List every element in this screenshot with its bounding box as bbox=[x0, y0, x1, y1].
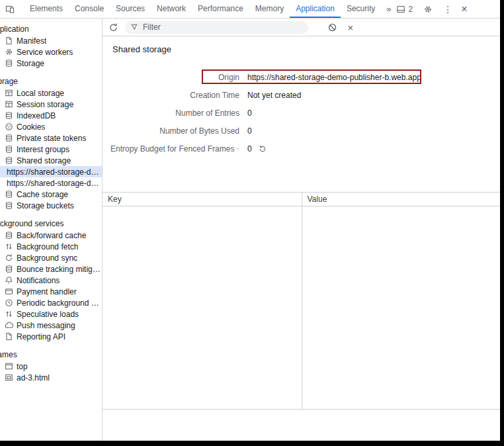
tab-security[interactable]: Security bbox=[341, 0, 381, 18]
tab-label: Elements bbox=[30, 4, 63, 13]
table-header-value[interactable]: Value bbox=[302, 193, 501, 206]
sidebar-item-cache-storage[interactable]: Cache storage bbox=[0, 189, 102, 200]
sidebar-item-reporting-api[interactable]: Reporting API bbox=[0, 331, 102, 342]
table-body-empty[interactable] bbox=[103, 206, 500, 410]
page-title: Shared storage bbox=[112, 44, 500, 55]
field-value: 0 bbox=[247, 109, 500, 118]
field-label: Creation Time bbox=[110, 91, 239, 100]
sidebar-item-local-storage[interactable]: Local storage bbox=[0, 87, 102, 99]
field-value: https://shared-storage-demo-publisher-b.… bbox=[247, 73, 500, 82]
devtools-body: Application Manifest Service workers Sto… bbox=[0, 19, 500, 441]
sidebar-item-push-messaging[interactable]: Push messaging bbox=[0, 320, 102, 331]
sidebar-item-manifest[interactable]: Manifest bbox=[0, 35, 102, 46]
sidebar-item-payment-handler[interactable]: Payment handler bbox=[0, 286, 102, 297]
field-label: Number of Entries bbox=[110, 109, 239, 118]
shared-storage-toolbar: × bbox=[103, 19, 500, 36]
tab-memory[interactable]: Memory bbox=[249, 0, 290, 18]
database-icon bbox=[5, 145, 13, 154]
database-icon bbox=[5, 231, 13, 240]
sidebar-item-notifications[interactable]: Notifications bbox=[0, 275, 102, 286]
console-messages-button[interactable]: 2 bbox=[396, 5, 413, 14]
shared-storage-view: × Shared storage Origin https://shared-s… bbox=[103, 19, 500, 441]
more-tabs-icon: » bbox=[386, 4, 391, 14]
delete-selected-button[interactable]: × bbox=[344, 21, 357, 34]
sidebar-item-cookies[interactable]: Cookies bbox=[0, 121, 102, 132]
sidebar-item-shared-storage[interactable]: Shared storage bbox=[0, 155, 102, 166]
sidebar-item-label: Storage bbox=[17, 59, 44, 68]
sidebar-item-label: ad-3.html bbox=[17, 373, 50, 382]
filter-input-container[interactable] bbox=[125, 21, 308, 34]
close-devtools-button[interactable]: × bbox=[461, 4, 467, 15]
sidebar-item-label: Payment handler bbox=[17, 287, 77, 296]
sidebar-section-application: Application bbox=[0, 23, 102, 35]
kebab-menu-button[interactable]: ⋮ bbox=[443, 5, 452, 14]
sidebar-item-interest-groups[interactable]: Interest groups bbox=[0, 144, 102, 155]
block-icon bbox=[327, 22, 337, 32]
sidebar-item-label: Speculative loads bbox=[17, 310, 79, 319]
reset-budget-icon[interactable] bbox=[259, 145, 267, 153]
tab-console[interactable]: Console bbox=[69, 0, 110, 18]
document-icon bbox=[5, 36, 13, 45]
sidebar-item-shared-storage-origin[interactable]: https://shared-storage-d… bbox=[0, 177, 102, 189]
document-icon bbox=[5, 332, 13, 341]
sidebar-item-label: Reporting API bbox=[17, 332, 65, 341]
sidebar-item-label: Local storage bbox=[17, 89, 64, 98]
database-icon bbox=[5, 59, 13, 67]
field-value: Not yet created bbox=[247, 91, 500, 100]
refresh-button[interactable] bbox=[106, 21, 120, 34]
console-drawer-icon bbox=[396, 5, 405, 14]
table-header-key[interactable]: Key bbox=[103, 193, 302, 206]
metadata-row-number-of-entries: Number of Entries 0 bbox=[110, 104, 500, 122]
sidebar-item-frame-ad3[interactable]: ad-3.html bbox=[0, 372, 102, 383]
sidebar-item-label: https://shared-storage-d… bbox=[7, 179, 99, 188]
sidebar-item-private-state-tokens[interactable]: Private state tokens bbox=[0, 132, 102, 144]
delete-all-button[interactable] bbox=[325, 21, 339, 34]
sidebar-item-background-sync[interactable]: Background sync bbox=[0, 252, 102, 263]
service-worker-gear-icon bbox=[5, 48, 13, 56]
sidebar-item-back-forward-cache[interactable]: Back/forward cache bbox=[0, 230, 102, 241]
sidebar-item-bounce-tracking-mitigations[interactable]: Bounce tracking mitiga… bbox=[0, 263, 102, 275]
payment-card-icon bbox=[5, 287, 13, 296]
sidebar-item-session-storage[interactable]: Session storage bbox=[0, 99, 102, 110]
field-value: 0 bbox=[247, 144, 500, 154]
table-icon bbox=[5, 89, 13, 97]
tab-elements[interactable]: Elements bbox=[24, 0, 69, 18]
tab-application[interactable]: Application bbox=[290, 0, 341, 18]
sidebar-item-speculative-loads[interactable]: Speculative loads bbox=[0, 308, 102, 320]
sidebar-item-indexeddb[interactable]: IndexedDB bbox=[0, 110, 102, 121]
tab-label: Memory bbox=[255, 4, 284, 13]
cloud-icon bbox=[5, 321, 13, 330]
up-down-arrows-icon bbox=[5, 242, 13, 251]
device-toolbar-icon bbox=[5, 5, 15, 14]
filter-input[interactable] bbox=[142, 22, 287, 32]
sidebar-section-frames: Frames bbox=[0, 349, 102, 361]
sidebar-item-label: Cookies bbox=[17, 122, 45, 132]
tab-sources[interactable]: Sources bbox=[110, 0, 151, 18]
sidebar-item-storage[interactable]: Storage bbox=[0, 58, 102, 69]
sidebar-item-label: https://shared-storage-d… bbox=[7, 167, 99, 177]
sidebar-item-label: top bbox=[17, 362, 28, 371]
console-messages-count: 2 bbox=[408, 5, 413, 14]
settings-button[interactable] bbox=[421, 3, 435, 16]
database-icon bbox=[5, 111, 13, 120]
database-icon bbox=[5, 190, 13, 199]
more-tabs-button[interactable]: » bbox=[381, 0, 396, 18]
field-label: Origin bbox=[110, 73, 239, 82]
toggle-device-toolbar-button[interactable] bbox=[3, 3, 17, 16]
info-icon[interactable] bbox=[237, 145, 239, 153]
shared-storage-items-table: Key Value bbox=[103, 192, 500, 410]
sidebar-item-service-workers[interactable]: Service workers bbox=[0, 46, 102, 58]
metadata-row-origin: Origin https://shared-storage-demo-publi… bbox=[110, 68, 500, 86]
devtools-tabbar: Elements Console Sources Network Perform… bbox=[0, 0, 500, 19]
sidebar-item-frame-top[interactable]: top bbox=[0, 361, 102, 372]
tab-network[interactable]: Network bbox=[151, 0, 192, 18]
sidebar-item-periodic-background-sync[interactable]: Periodic background s… bbox=[0, 297, 102, 308]
sidebar-item-shared-storage-origin-selected[interactable]: https://shared-storage-d… bbox=[0, 166, 102, 177]
sidebar-item-storage-buckets[interactable]: Storage buckets bbox=[0, 200, 102, 211]
sidebar-item-background-fetch[interactable]: Background fetch bbox=[0, 241, 102, 252]
sidebar-item-label: Service workers bbox=[17, 48, 73, 57]
table-header-row: Key Value bbox=[103, 193, 500, 206]
bell-icon bbox=[5, 276, 13, 285]
tab-label: Sources bbox=[116, 4, 145, 13]
tab-performance[interactable]: Performance bbox=[192, 0, 249, 18]
